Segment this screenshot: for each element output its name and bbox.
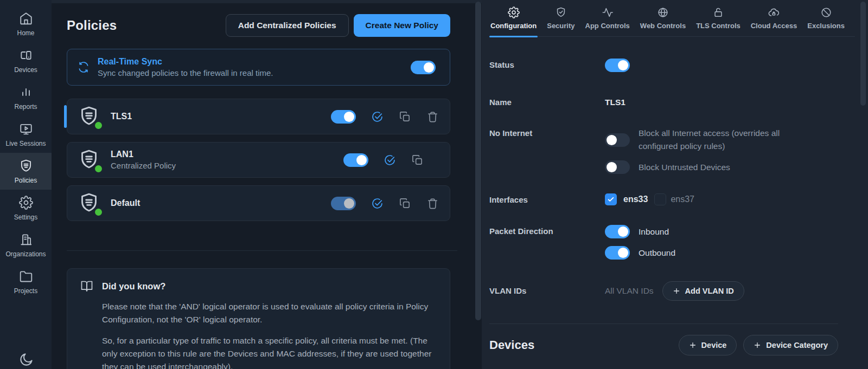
policy-status-dot (95, 165, 102, 172)
block-untrusted-devices-toggle[interactable] (605, 160, 630, 174)
tab-label: TLS Controls (696, 22, 741, 30)
page-title: Policies (67, 18, 117, 33)
sidebar-item-reports[interactable]: Reports (0, 79, 52, 116)
policy-detail-panel: Configuration Security App Controls Web … (482, 0, 868, 369)
tab-app-controls[interactable]: App Controls (584, 5, 631, 36)
interface-checkbox-ens33[interactable] (605, 193, 617, 205)
sidebar-item-policies[interactable]: Policies (0, 153, 52, 190)
policies-shield-icon (19, 159, 33, 173)
policy-shield-icon (78, 190, 101, 216)
add-device-button[interactable]: Device (679, 335, 737, 355)
copy-icon[interactable] (399, 197, 411, 210)
tab-security[interactable]: Security (546, 5, 576, 36)
status-toggle[interactable] (605, 59, 630, 72)
vlan-ids-label: VLAN IDs (489, 281, 605, 295)
tab-exclusions[interactable]: Exclusions (806, 5, 846, 36)
policies-panel: Policies Add Centralized Policies Create… (52, 0, 482, 369)
sync-icon (77, 61, 90, 74)
interfaces-label: Interfaces (489, 193, 605, 204)
reports-icon (19, 85, 33, 99)
divider (489, 323, 838, 324)
sidebar-item-label: Projects (14, 287, 37, 295)
activity-icon (602, 7, 614, 18)
sidebar-item-devices[interactable]: Devices (0, 42, 52, 79)
status-label: Status (489, 59, 605, 69)
tab-cloud-access[interactable]: Cloud Access (750, 5, 799, 36)
name-label: Name (489, 96, 605, 107)
sidebar-item-home[interactable]: Home (0, 5, 52, 42)
policy-status-dot (95, 209, 102, 216)
outbound-toggle[interactable] (605, 246, 630, 260)
create-new-policy-button[interactable]: Create New Policy (354, 14, 450, 37)
policy-shield-icon (78, 103, 101, 130)
sidebar-item-label: Organizations (5, 250, 46, 258)
policy-name: LAN1 (111, 150, 176, 159)
policy-shield-icon (78, 147, 101, 173)
unlock-icon (712, 7, 724, 18)
slash-circle-icon (820, 7, 832, 18)
tab-label: Security (547, 22, 575, 30)
sidebar: Home Devices Reports Live Sessions Polic… (0, 0, 52, 369)
policy-name: Default (111, 198, 140, 208)
block-all-internet-toggle[interactable] (605, 133, 630, 147)
policies-scrollbar[interactable] (475, 2, 481, 320)
sidebar-item-organizations[interactable]: Organizations (0, 226, 52, 263)
policy-row-default[interactable]: Default (67, 185, 450, 221)
sidebar-item-label: Policies (15, 177, 37, 184)
policy-row-tls1[interactable]: TLS1 (67, 99, 450, 134)
interface-label-ens33: ens33 (623, 195, 648, 204)
policy-name: TLS1 (111, 112, 132, 121)
live-sessions-icon (19, 122, 33, 136)
tab-web-controls[interactable]: Web Controls (639, 5, 687, 36)
sidebar-item-label: Reports (14, 103, 37, 111)
tab-label: App Controls (585, 22, 630, 30)
policy-enabled-toggle[interactable] (331, 110, 356, 124)
interface-checkbox-ens37[interactable] (654, 193, 666, 205)
inbound-toggle[interactable] (605, 225, 630, 238)
policy-check-icon[interactable] (371, 197, 384, 210)
trash-icon[interactable] (426, 197, 439, 210)
devices-icon (19, 48, 33, 62)
policy-check-icon[interactable] (371, 111, 384, 123)
vlan-ids-value: All VLAN IDs (605, 286, 654, 296)
devices-section-title: Devices (489, 338, 534, 352)
plus-icon (673, 287, 680, 295)
divider (67, 250, 457, 251)
plus-icon (754, 341, 761, 349)
copy-icon[interactable] (399, 111, 411, 123)
book-open-icon (80, 280, 93, 293)
add-vlan-id-button[interactable]: Add VLAN ID (662, 281, 744, 301)
detail-scrollbar[interactable] (860, 2, 866, 106)
tab-configuration[interactable]: Configuration (489, 5, 538, 36)
policy-enabled-toggle[interactable] (343, 153, 368, 167)
dark-mode-toggle[interactable] (0, 347, 52, 369)
sidebar-item-projects[interactable]: Projects (0, 263, 52, 300)
realtime-sync-card: Real-Time Sync Sync changed policies to … (67, 49, 450, 86)
policy-check-icon[interactable] (384, 154, 396, 166)
copy-icon[interactable] (411, 154, 424, 166)
policy-enabled-toggle[interactable] (331, 197, 356, 210)
realtime-sync-toggle[interactable] (411, 61, 436, 74)
outbound-label: Outbound (639, 248, 675, 258)
interface-label-ens37: ens37 (671, 195, 694, 204)
plus-icon (689, 341, 697, 349)
policy-row-lan1[interactable]: LAN1 Centralized Policy (67, 142, 450, 178)
tab-tls-controls[interactable]: TLS Controls (695, 5, 742, 36)
add-device-category-button[interactable]: Device Category (743, 335, 838, 355)
moon-icon (18, 352, 34, 368)
folder-icon (19, 269, 33, 283)
tab-label: Exclusions (807, 22, 845, 30)
gear-icon (508, 7, 520, 18)
sidebar-item-label: Home (17, 29, 34, 37)
sidebar-item-settings[interactable]: Settings (0, 190, 52, 226)
realtime-sync-title: Real-Time Sync (98, 57, 273, 67)
block-all-internet-label: Block all Internet access (overrides all… (639, 127, 818, 153)
add-centralized-policies-button[interactable]: Add Centralized Policies (226, 14, 349, 37)
organization-building-icon (19, 232, 33, 247)
gear-icon (19, 196, 33, 210)
policy-status-dot (95, 122, 102, 129)
detail-tabs: Configuration Security App Controls Web … (489, 0, 855, 37)
trash-icon[interactable] (426, 111, 439, 123)
sidebar-item-live-sessions[interactable]: Live Sessions (0, 116, 52, 153)
name-value: TLS1 (605, 96, 626, 107)
